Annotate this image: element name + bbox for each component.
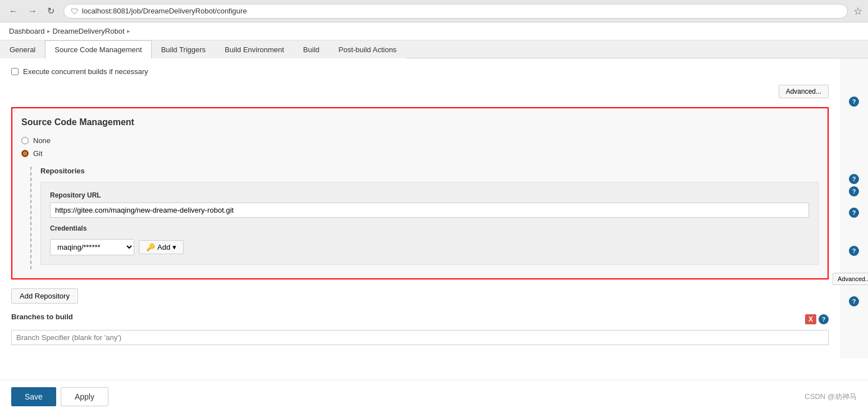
right-panel: ? ? ? ? ? Advanced... ? xyxy=(840,58,868,359)
key-icon: 🔑 xyxy=(146,243,155,251)
add-btn-label: Add xyxy=(157,243,170,251)
breadcrumb-job[interactable]: DreameDeliveryRobot xyxy=(53,27,125,35)
forward-button[interactable]: → xyxy=(25,5,40,17)
back-button[interactable]: ← xyxy=(6,5,21,17)
execute-concurrent-row: Execute concurrent builds if necessary xyxy=(11,67,829,76)
credentials-select[interactable]: maqing/****** xyxy=(50,239,134,255)
none-radio-row: None xyxy=(21,136,819,145)
tabs-bar: General Source Code Management Build Tri… xyxy=(0,40,868,58)
repositories-help-icon[interactable]: ? xyxy=(849,186,859,196)
content-main: Execute concurrent builds if necessary A… xyxy=(0,58,840,359)
nav-buttons: ← → ↻ xyxy=(6,4,58,17)
breadcrumb-arrow2: ▸ xyxy=(127,27,130,35)
branch-input-row xyxy=(11,330,829,345)
refresh-button[interactable]: ↻ xyxy=(44,4,58,17)
repositories-section: Repositories Repository URL Credentials xyxy=(21,167,819,269)
tab-build[interactable]: Build xyxy=(294,40,329,58)
bookmark-icon[interactable]: ☆ xyxy=(853,5,862,17)
credentials-add-button[interactable]: 🔑 Add ▾ xyxy=(139,240,184,254)
apply-button[interactable]: Apply xyxy=(61,387,108,406)
repository-box: Repository URL Credentials maqing/****** xyxy=(40,182,819,265)
browser-actions: ☆ xyxy=(853,5,862,17)
spacer xyxy=(21,167,26,269)
shield-icon: 🛡 xyxy=(71,7,79,16)
credentials-field: Credentials maqing/****** 🔑 Add ▾ xyxy=(50,224,809,255)
advanced-button-top[interactable]: Advanced... xyxy=(779,85,829,98)
breadcrumb: Dashboard ▸ DreameDeliveryRobot ▸ xyxy=(0,22,868,40)
repositories-content: Repositories Repository URL Credentials xyxy=(30,167,819,269)
execute-concurrent-help-icon[interactable]: ? xyxy=(849,97,859,107)
git-label: Git xyxy=(33,149,43,158)
browser-chrome: ← → ↻ 🛡 localhost:8081/job/DreameDeliver… xyxy=(0,0,868,22)
breadcrumb-arrow1: ▸ xyxy=(47,27,51,35)
address-bar[interactable]: 🛡 localhost:8081/job/DreameDeliveryRobot… xyxy=(63,4,848,19)
repo-url-input[interactable] xyxy=(50,203,809,218)
dropdown-arrow-icon: ▾ xyxy=(172,243,176,251)
repo-url-help-icon[interactable]: ? xyxy=(849,208,859,218)
branches-right-help-icon[interactable]: ? xyxy=(849,296,859,306)
page: Dashboard ▸ DreameDeliveryRobot ▸ Genera… xyxy=(0,22,868,413)
git-radio-row: Git xyxy=(21,149,819,158)
credentials-label: Credentials xyxy=(50,224,809,232)
repo-url-label: Repository URL xyxy=(50,191,809,199)
none-radio[interactable] xyxy=(21,137,29,144)
save-button[interactable]: Save xyxy=(11,387,56,406)
add-repository-button[interactable]: Add Repository xyxy=(11,288,78,304)
main-layout: Execute concurrent builds if necessary A… xyxy=(0,58,868,359)
execute-concurrent-checkbox[interactable] xyxy=(11,68,19,75)
credentials-help-icon[interactable]: ? xyxy=(849,246,859,256)
branches-section: Branches to build X ? xyxy=(11,313,829,345)
scm-section: Source Code Management None Git xyxy=(11,107,829,279)
tab-source-code-management[interactable]: Source Code Management xyxy=(45,40,151,58)
url-text: localhost:8081/job/DreameDeliveryRobot/c… xyxy=(82,7,840,15)
credentials-row: maqing/****** 🔑 Add ▾ xyxy=(50,239,809,255)
advanced-btn-container: Advanced... xyxy=(11,85,829,98)
repositories-label: Repositories xyxy=(40,167,819,175)
tab-build-environment[interactable]: Build Environment xyxy=(215,40,294,58)
repo-url-field: Repository URL xyxy=(50,191,809,218)
git-help-icon[interactable]: ? xyxy=(849,174,859,184)
breadcrumb-dashboard[interactable]: Dashboard xyxy=(9,27,45,35)
branches-label: Branches to build xyxy=(11,313,73,321)
scm-radio-group: None Git xyxy=(21,136,819,158)
git-radio[interactable] xyxy=(21,150,29,157)
csdn-watermark: CSDN @劝神马 xyxy=(805,392,857,402)
branch-specifier-input[interactable] xyxy=(11,330,829,345)
branches-help-icon[interactable]: ? xyxy=(819,314,829,324)
tab-general[interactable]: General xyxy=(0,40,45,58)
tab-build-triggers[interactable]: Build Triggers xyxy=(152,40,215,58)
remove-branch-button[interactable]: X xyxy=(805,314,816,324)
advanced-button-right[interactable]: Advanced... xyxy=(833,273,868,285)
execute-concurrent-label: Execute concurrent builds if necessary xyxy=(23,67,148,76)
none-label: None xyxy=(33,136,51,145)
scm-title: Source Code Management xyxy=(21,117,819,127)
action-buttons: Save Apply xyxy=(0,380,868,413)
tab-post-build-actions[interactable]: Post-build Actions xyxy=(329,40,406,58)
